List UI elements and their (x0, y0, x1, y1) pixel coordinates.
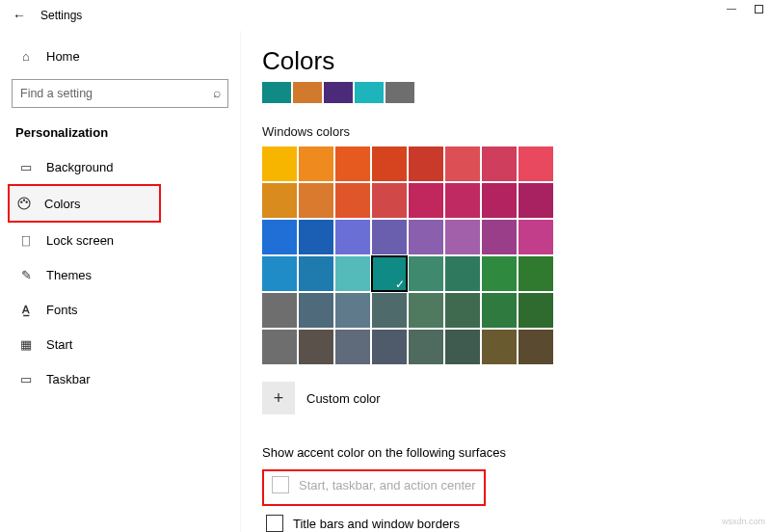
sidebar: ⌂ Home ⌕ Personalization ▭ Background Co… (0, 31, 241, 532)
color-swatch[interactable] (372, 146, 407, 181)
checkbox (272, 476, 289, 493)
color-swatch[interactable] (482, 330, 517, 364)
color-swatch[interactable] (518, 256, 553, 291)
color-swatch[interactable] (299, 330, 333, 364)
accent-surface-titlebars[interactable]: Title bars and window borders (262, 512, 750, 532)
color-swatch[interactable] (262, 183, 297, 218)
sidebar-item-label: Start (46, 337, 72, 352)
color-swatch[interactable] (482, 256, 517, 291)
color-swatch[interactable] (335, 330, 370, 364)
color-swatch[interactable] (445, 183, 480, 218)
color-swatch[interactable] (335, 183, 370, 218)
back-button[interactable]: ← (8, 8, 31, 23)
color-swatch[interactable] (518, 146, 553, 181)
color-swatch[interactable] (335, 256, 370, 291)
search-input[interactable] (12, 79, 228, 108)
color-swatch[interactable] (335, 293, 370, 328)
sidebar-item-label: Fonts (46, 303, 78, 317)
home-label: Home (46, 49, 80, 64)
color-swatch[interactable] (518, 220, 553, 254)
color-swatch[interactable] (372, 256, 407, 291)
preview-swatch (293, 82, 322, 103)
sidebar-item-label: Background (46, 160, 113, 174)
checkbox-label: Title bars and window borders (293, 517, 460, 531)
accent-section-label: Show accent color on the following surfa… (262, 445, 750, 460)
checkbox[interactable] (266, 515, 283, 532)
svg-point-2 (23, 200, 24, 200)
color-swatch[interactable] (335, 220, 370, 254)
lock-icon: ⎕ (17, 231, 35, 249)
sidebar-item-label: Themes (46, 268, 92, 282)
svg-point-3 (26, 201, 27, 202)
preview-swatch (262, 82, 291, 103)
main-content: Colors Windows colors + Custom color Sho… (241, 31, 771, 532)
color-swatch[interactable] (262, 330, 297, 364)
sidebar-item-fonts[interactable]: A̲ Fonts (12, 292, 228, 327)
color-swatch[interactable] (409, 256, 443, 291)
color-swatch[interactable] (409, 146, 443, 181)
preview-swatch (324, 82, 353, 103)
color-swatch[interactable] (409, 330, 443, 364)
preview-swatch (386, 82, 414, 103)
color-swatch[interactable] (335, 146, 370, 181)
color-swatch[interactable] (482, 183, 517, 218)
palette-icon (15, 195, 33, 212)
color-swatch[interactable] (299, 183, 333, 218)
color-swatch[interactable] (299, 293, 333, 328)
color-swatch[interactable] (482, 146, 517, 181)
color-swatch[interactable] (262, 256, 297, 291)
color-swatch[interactable] (372, 293, 407, 328)
svg-point-1 (21, 201, 22, 202)
color-swatch[interactable] (372, 330, 407, 364)
color-swatch[interactable] (299, 220, 333, 254)
home-icon: ⌂ (17, 47, 35, 65)
minimize-button[interactable]: — (726, 3, 737, 13)
checkbox-label: Start, taskbar, and action center (299, 478, 476, 492)
maximize-button[interactable] (755, 5, 763, 13)
sidebar-item-background[interactable]: ▭ Background (12, 149, 228, 184)
color-swatch[interactable] (409, 220, 443, 254)
font-icon: A̲ (17, 301, 35, 318)
color-swatch[interactable] (445, 256, 480, 291)
category-header: Personalization (12, 121, 228, 149)
color-swatch[interactable] (518, 330, 553, 364)
color-swatch[interactable] (482, 293, 517, 328)
color-swatch[interactable] (482, 220, 517, 254)
sidebar-item-colors[interactable]: Colors (10, 186, 159, 221)
color-swatch[interactable] (262, 146, 297, 181)
color-swatch[interactable] (518, 183, 553, 218)
page-title: Colors (262, 46, 750, 76)
watermark: wsxdn.com (722, 517, 765, 526)
color-swatch[interactable] (372, 183, 407, 218)
sidebar-item-label: Taskbar (46, 372, 91, 386)
brush-icon: ✎ (17, 266, 35, 283)
accent-surface-start: Start, taskbar, and action center (268, 473, 480, 496)
sidebar-item-lockscreen[interactable]: ⎕ Lock screen (12, 223, 228, 257)
taskbar-icon: ▭ (17, 370, 35, 387)
preview-strip (262, 82, 750, 103)
color-swatch[interactable] (445, 146, 480, 181)
sidebar-item-label: Colors (44, 197, 81, 211)
color-swatch[interactable] (299, 256, 333, 291)
picture-icon: ▭ (17, 158, 35, 175)
window-title: Settings (31, 9, 82, 22)
sidebar-item-themes[interactable]: ✎ Themes (12, 257, 228, 292)
search-icon: ⌕ (213, 85, 221, 100)
color-swatch[interactable] (518, 293, 553, 328)
sidebar-item-taskbar[interactable]: ▭ Taskbar (12, 361, 228, 396)
color-swatch[interactable] (445, 220, 480, 254)
custom-color-button[interactable]: + (262, 382, 295, 414)
color-swatch[interactable] (445, 293, 480, 328)
color-swatch[interactable] (299, 146, 333, 181)
color-swatch[interactable] (445, 330, 480, 364)
preview-swatch (355, 82, 384, 103)
sidebar-item-label: Lock screen (46, 233, 114, 248)
sidebar-item-start[interactable]: ▦ Start (12, 327, 228, 361)
color-swatch[interactable] (409, 183, 443, 218)
start-icon: ▦ (17, 335, 35, 353)
color-swatch[interactable] (372, 220, 407, 254)
color-swatch[interactable] (409, 293, 443, 328)
color-swatch[interactable] (262, 220, 297, 254)
home-nav[interactable]: ⌂ Home (12, 39, 228, 73)
color-swatch[interactable] (262, 293, 297, 328)
